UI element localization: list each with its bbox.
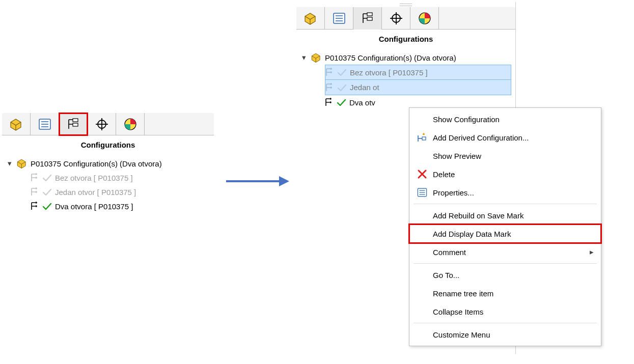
menu-item-label: Properties...: [433, 188, 594, 197]
menu-show-configuration[interactable]: Show Configuration: [409, 110, 601, 128]
config-node-icon: [31, 187, 39, 197]
menu-add-derived-configuration[interactable]: Add Derived Configuration...: [409, 128, 601, 147]
tree-item-label: Jedan ot: [350, 83, 379, 92]
tree-item[interactable]: Jedan otvor [ P010375 ]: [31, 185, 210, 199]
tree-item-label: Jedan otvor [ P010375 ]: [55, 188, 136, 197]
config-icon: [66, 117, 80, 131]
check-icon: [42, 187, 52, 197]
tree-item-active[interactable]: Dva otvora [ P010375 ]: [31, 199, 210, 213]
tree-item-selected[interactable]: Bez otvora [ P010375 ]: [325, 65, 511, 80]
config-node-icon: [325, 68, 334, 77]
menu-comment[interactable]: Comment▸: [409, 243, 601, 261]
tree-root-label: P010375 Configuration(s) (Dva otvora): [325, 53, 456, 62]
menu-add-display-data-mark[interactable]: Add Display Data Mark: [409, 225, 601, 243]
target-icon: [389, 11, 403, 25]
menu-separator: [414, 323, 597, 323]
menu-separator: [414, 263, 597, 264]
tab-dimxpert[interactable]: [382, 7, 410, 30]
panel-tabs-left: [2, 113, 214, 135]
tree-item-selected[interactable]: Jedan ot: [325, 80, 511, 95]
tab-feature-manager[interactable]: [296, 7, 325, 30]
part-icon: [9, 117, 23, 131]
menu-show-preview[interactable]: Show Preview: [409, 147, 601, 165]
config-node-icon: [31, 173, 39, 182]
svg-marker-14: [279, 176, 289, 186]
menu-item-label: Add Rebuild on Save Mark: [433, 211, 594, 220]
tab-appearance[interactable]: [116, 113, 145, 135]
tab-configuration-manager[interactable]: [59, 113, 88, 135]
panel-gripper[interactable]: [296, 2, 515, 7]
tab-property-manager[interactable]: [31, 113, 59, 135]
menu-go-to[interactable]: Go To...: [409, 266, 601, 284]
tab-appearance[interactable]: [410, 7, 439, 30]
config-panel-left: Configurations ▾ P010375 Configuration(s…: [2, 113, 214, 220]
config-tree-left: ▾ P010375 Configuration(s) (Dva otvora) …: [2, 154, 214, 220]
tab-configuration-manager[interactable]: [353, 7, 382, 30]
menu-item-label: Add Display Data Mark: [433, 230, 594, 238]
part-icon: [311, 52, 322, 63]
tree-root[interactable]: ▾ P010375 Configuration(s) (Dva otvora): [300, 50, 511, 65]
panel-title: Configurations: [296, 30, 515, 48]
menu-item-label: Rename tree item: [433, 289, 594, 298]
config-node-icon: [325, 98, 333, 107]
tree-item[interactable]: Bez otvora [ P010375 ]: [31, 171, 210, 185]
caret-down-icon[interactable]: ▾: [6, 159, 13, 168]
delete-icon: [417, 169, 428, 179]
part-icon: [304, 11, 318, 25]
config-icon: [361, 11, 375, 25]
derived-config-icon: [417, 132, 428, 143]
menu-properties[interactable]: Properties...: [409, 183, 601, 202]
appearance-icon: [123, 117, 137, 131]
menu-item-label: Collapse Items: [433, 307, 594, 316]
menu-item-label: Add Derived Configuration...: [433, 133, 594, 142]
tree-root-label: P010375 Configuration(s) (Dva otvora): [31, 159, 162, 168]
check-icon: [337, 83, 347, 92]
context-menu: Show Configuration Add Derived Configura…: [409, 107, 601, 346]
check-icon: [42, 173, 52, 182]
panel-title: Configurations: [2, 135, 214, 154]
menu-separator: [414, 204, 597, 204]
submenu-arrow-icon: ▸: [590, 247, 594, 257]
panel-tabs-right: [296, 7, 515, 30]
menu-item-label: Go To...: [433, 271, 594, 279]
tree-item-label: Dva otv: [349, 98, 375, 107]
tree-item-label: Dva otvora [ P010375 ]: [55, 202, 133, 211]
properties-icon: [417, 187, 428, 198]
menu-add-rebuild-mark[interactable]: Add Rebuild on Save Mark: [409, 206, 601, 225]
target-icon: [95, 117, 109, 131]
arrow-right-icon: [224, 172, 290, 190]
menu-item-label: Delete: [433, 170, 594, 179]
config-node-icon: [31, 202, 39, 211]
menu-delete[interactable]: Delete: [409, 165, 601, 183]
tab-feature-manager[interactable]: [2, 113, 31, 135]
menu-rename-tree-item[interactable]: Rename tree item: [409, 284, 601, 302]
list-icon: [332, 11, 346, 25]
menu-item-label: Comment: [433, 248, 585, 257]
menu-item-label: Show Preview: [433, 152, 594, 160]
menu-item-label: Show Configuration: [433, 115, 594, 124]
tree-item-label: Bez otvora [ P010375 ]: [55, 174, 133, 182]
menu-item-label: Customize Menu: [433, 330, 594, 339]
menu-collapse-items[interactable]: Collapse Items: [409, 302, 601, 321]
part-icon: [16, 158, 27, 169]
menu-customize-menu[interactable]: Customize Menu: [409, 325, 601, 344]
check-icon: [42, 202, 52, 211]
list-icon: [38, 117, 52, 131]
check-icon: [337, 68, 347, 77]
tab-property-manager[interactable]: [325, 7, 353, 30]
check-icon: [336, 98, 346, 107]
config-node-icon: [325, 83, 334, 92]
tree-root[interactable]: ▾ P010375 Configuration(s) (Dva otvora): [6, 156, 210, 171]
appearance-icon: [418, 11, 432, 25]
caret-down-icon[interactable]: ▾: [300, 53, 308, 62]
tree-item-label: Bez otvora [ P010375 ]: [350, 68, 428, 77]
tab-dimxpert[interactable]: [88, 113, 116, 135]
